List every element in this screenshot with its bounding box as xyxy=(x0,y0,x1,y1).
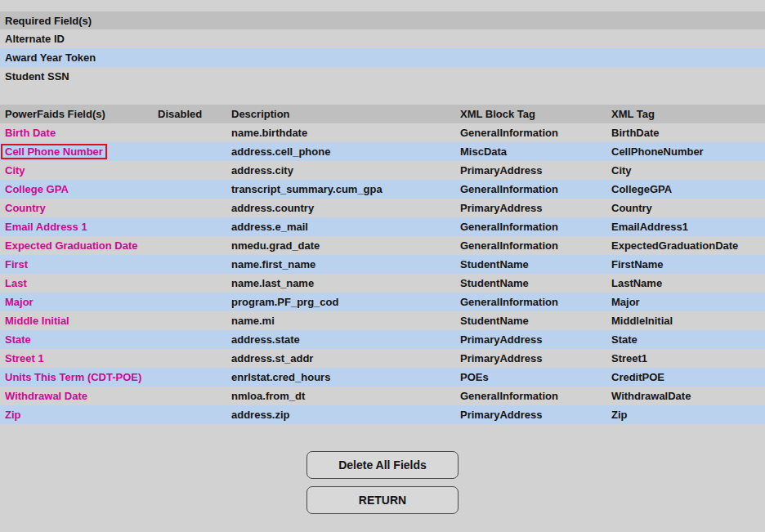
field-link[interactable]: Last xyxy=(5,274,27,293)
table-row: First name.first_name StudentName FirstN… xyxy=(0,255,765,274)
column-header-field: PowerFaids Field(s) xyxy=(5,105,105,123)
xml-block-tag-cell: GeneralInformation xyxy=(460,387,558,405)
field-link[interactable]: Units This Term (CDT-POE) xyxy=(5,368,141,387)
required-item-label: Student SSN xyxy=(5,70,69,83)
field-link[interactable]: Zip xyxy=(5,405,21,424)
description-cell: name.mi xyxy=(231,311,275,330)
field-link[interactable]: Country xyxy=(5,199,46,217)
field-link[interactable]: College GPA xyxy=(5,180,69,199)
table-row: Middle Initial name.mi StudentName Middl… xyxy=(0,311,765,330)
xml-block-tag-cell: PrimaryAddress xyxy=(460,405,542,424)
field-link[interactable]: State xyxy=(5,330,31,349)
field-link[interactable]: Street 1 xyxy=(5,349,44,368)
description-cell: address.st_addr xyxy=(231,349,313,368)
required-row: Award Year Token xyxy=(0,48,765,67)
xml-tag-cell: CellPhoneNumber xyxy=(611,142,704,161)
required-row: Alternate ID xyxy=(0,29,765,48)
xml-block-tag-cell: StudentName xyxy=(460,311,529,330)
xml-tag-cell: ExpectedGraduationDate xyxy=(611,236,738,255)
section-gap xyxy=(0,86,765,105)
xml-block-tag-cell: PrimaryAddress xyxy=(460,199,542,217)
required-fields-header-label: Required Field(s) xyxy=(5,15,92,27)
xml-block-tag-cell: PrimaryAddress xyxy=(460,161,542,180)
fields-table-header: PowerFaids Field(s) Disabled Description… xyxy=(0,105,765,123)
required-row: Student SSN xyxy=(0,67,765,86)
field-link[interactable]: Expected Graduation Date xyxy=(5,236,138,255)
xml-tag-cell: CollegeGPA xyxy=(611,180,672,199)
description-cell: nmedu.grad_date xyxy=(231,236,320,255)
column-header-xml-block-tag: XML Block Tag xyxy=(460,105,535,123)
xml-tag-cell: Zip xyxy=(611,405,628,424)
field-link[interactable]: City xyxy=(5,161,25,180)
table-row: Email Address 1 address.e_mail GeneralIn… xyxy=(0,217,765,236)
xml-block-tag-cell: POEs xyxy=(460,368,489,387)
xml-tag-cell: LastName xyxy=(611,274,662,293)
field-link[interactable]: Middle Initial xyxy=(5,311,69,330)
xml-tag-cell: BirthDate xyxy=(611,123,660,142)
xml-block-tag-cell: StudentName xyxy=(460,274,529,293)
table-row: Zip address.zip PrimaryAddress Zip xyxy=(0,405,765,424)
fields-table-body: Birth Date name.birthdate GeneralInforma… xyxy=(0,123,765,424)
xml-block-tag-cell: GeneralInformation xyxy=(460,217,558,236)
xml-block-tag-cell: GeneralInformation xyxy=(460,293,558,311)
field-link[interactable]: Email Address 1 xyxy=(5,217,87,236)
return-button[interactable]: RETURN xyxy=(306,486,459,514)
table-row: Major program.PF_prg_cod GeneralInformat… xyxy=(0,293,765,311)
xml-block-tag-cell: PrimaryAddress xyxy=(460,349,542,368)
field-link-highlighted[interactable]: Cell Phone Number xyxy=(1,144,107,159)
description-cell: address.cell_phone xyxy=(231,142,330,161)
table-row: State address.state PrimaryAddress State xyxy=(0,330,765,349)
description-cell: nmloa.from_dt xyxy=(231,387,305,405)
table-row: Street 1 address.st_addr PrimaryAddress … xyxy=(0,349,765,368)
field-link[interactable]: Birth Date xyxy=(5,123,56,142)
description-cell: address.zip xyxy=(231,405,290,424)
table-row: Country address.country PrimaryAddress C… xyxy=(0,199,765,217)
description-cell: address.country xyxy=(231,199,314,217)
xml-tag-cell: FirstName xyxy=(611,255,664,274)
table-row: Units This Term (CDT-POE) enrlstat.cred_… xyxy=(0,368,765,387)
field-mapping-page: Required Field(s) Alternate ID Award Yea… xyxy=(0,0,765,532)
xml-block-tag-cell: GeneralInformation xyxy=(460,236,558,255)
xml-tag-cell: State xyxy=(611,330,638,349)
xml-tag-cell: CreditPOE xyxy=(611,368,664,387)
table-row: Withdrawal Date nmloa.from_dt GeneralInf… xyxy=(0,387,765,405)
description-cell: address.city xyxy=(231,161,293,180)
xml-block-tag-cell: GeneralInformation xyxy=(460,123,558,142)
column-header-disabled: Disabled xyxy=(158,105,202,123)
table-row: City address.city PrimaryAddress City xyxy=(0,161,765,180)
table-row: Last name.last_name StudentName LastName xyxy=(0,274,765,293)
required-item-label: Alternate ID xyxy=(5,33,65,45)
xml-block-tag-cell: GeneralInformation xyxy=(460,180,558,199)
description-cell: program.PF_prg_cod xyxy=(231,293,338,311)
xml-tag-cell: WithdrawalDate xyxy=(611,387,691,405)
table-row: College GPA transcript_summary.cum_gpa G… xyxy=(0,180,765,199)
description-cell: name.birthdate xyxy=(231,123,307,142)
field-link[interactable]: Major xyxy=(5,293,34,311)
table-row: Birth Date name.birthdate GeneralInforma… xyxy=(0,123,765,142)
xml-tag-cell: MiddleInitial xyxy=(611,311,673,330)
xml-tag-cell: Street1 xyxy=(611,349,647,368)
description-cell: address.state xyxy=(231,330,300,349)
column-header-xml-tag: XML Tag xyxy=(611,105,655,123)
xml-block-tag-cell: MiscData xyxy=(460,142,507,161)
description-cell: name.last_name xyxy=(231,274,314,293)
xml-tag-cell: Country xyxy=(611,199,652,217)
xml-block-tag-cell: PrimaryAddress xyxy=(460,330,542,349)
table-row: Expected Graduation Date nmedu.grad_date… xyxy=(0,236,765,255)
delete-all-fields-button[interactable]: Delete All Fields xyxy=(306,451,459,479)
description-cell: enrlstat.cred_hours xyxy=(231,368,330,387)
field-link[interactable]: Withdrawal Date xyxy=(5,387,87,405)
xml-block-tag-cell: StudentName xyxy=(460,255,529,274)
top-spacer xyxy=(0,0,765,11)
description-cell: name.first_name xyxy=(231,255,315,274)
required-fields-header-band: Required Field(s) xyxy=(0,11,765,29)
description-cell: transcript_summary.cum_gpa xyxy=(231,180,382,199)
column-header-description: Description xyxy=(231,105,290,123)
table-row: Cell Phone Number address.cell_phone Mis… xyxy=(0,142,765,161)
description-cell: address.e_mail xyxy=(231,217,308,236)
xml-tag-cell: Major xyxy=(611,293,640,311)
xml-tag-cell: EmailAddress1 xyxy=(611,217,688,236)
xml-tag-cell: City xyxy=(611,161,632,180)
field-link[interactable]: First xyxy=(5,255,28,274)
required-item-label: Award Year Token xyxy=(5,51,96,64)
